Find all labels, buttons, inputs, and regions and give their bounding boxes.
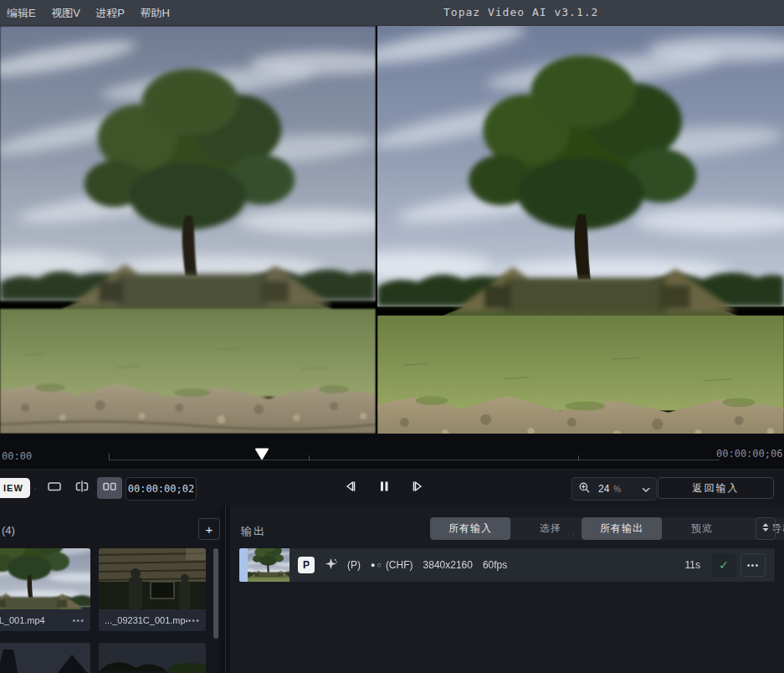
menu-help[interactable]: 帮助H	[140, 0, 169, 21]
sort-button[interactable]	[756, 517, 776, 540]
output-row[interactable]: P (P) ● ○ (CHF) 3840x2160 60fps 11s ✓ ••…	[239, 548, 775, 582]
enhancement-icon	[325, 557, 337, 573]
output-framerate: 60fps	[483, 559, 507, 571]
back-to-input-button[interactable]: 返回输入	[658, 477, 774, 499]
file-menu-button[interactable]: •••	[72, 615, 85, 625]
timeline-end-timecode: 00:00:00;06	[716, 448, 782, 460]
add-input-button[interactable]: +	[198, 518, 220, 540]
input-filter-tabs: 所有输入 选择	[430, 517, 591, 540]
split-view-button[interactable]	[69, 477, 95, 499]
view-label-badge: IEW	[0, 478, 30, 498]
input-list-scrollbar[interactable]	[213, 548, 218, 639]
tab-previews[interactable]: 预览	[662, 517, 742, 540]
check-icon: ✓	[719, 558, 729, 572]
prev-frame-icon	[344, 480, 357, 496]
toolbar: IEW · · 00:00:00;02	[0, 469, 784, 506]
output-model-label: (P)	[347, 559, 361, 571]
input-file-name: 924AL_001.mp4	[0, 615, 45, 625]
timeline-tick	[578, 455, 579, 460]
playhead[interactable]	[254, 448, 269, 460]
input-file-card[interactable]: ..._09231C_001.mp4 •••	[99, 548, 206, 631]
view-mode-group	[42, 477, 122, 499]
timeline-start-timecode: 00:00	[2, 450, 32, 462]
zoom-magnifier-icon	[578, 481, 591, 497]
input-file-thumbnail	[99, 548, 206, 609]
menu-edit[interactable]: 编辑E	[7, 0, 36, 21]
timeline-tick	[309, 455, 310, 460]
input-count-label: (4)	[2, 524, 15, 537]
output-row-accent-bar	[239, 548, 248, 582]
side-by-side-view-icon	[102, 480, 117, 496]
zoom-level-value: 24	[598, 483, 609, 495]
timeline[interactable]: 00:00 00:00:00;06	[0, 434, 784, 469]
timeline-tick	[109, 453, 110, 460]
sort-icon	[761, 521, 771, 537]
separator-dot: ·	[33, 480, 38, 496]
zoom-control[interactable]: 24 %	[571, 477, 657, 501]
preview-pane-original[interactable]	[0, 26, 376, 434]
file-menu-button[interactable]: •••	[187, 615, 200, 625]
menu-bar: 编辑E 视图V 进程P 帮助H	[0, 0, 784, 26]
input-file-card[interactable]: 924AL_001.mp4 •••	[0, 548, 90, 631]
tab-all-inputs[interactable]: 所有输入	[430, 517, 510, 540]
separator-dot: ·	[118, 480, 122, 496]
single-view-button[interactable]	[42, 477, 67, 499]
single-view-icon	[47, 480, 62, 496]
app-title: Topaz Video AI v3.1.2	[443, 6, 598, 18]
pause-icon	[377, 480, 391, 496]
pause-button[interactable]	[372, 477, 397, 499]
preview-pane-enhanced[interactable]	[377, 26, 784, 434]
output-panel-title: 输出	[241, 524, 266, 539]
output-panel: 输出 所有输入 选择 · 所有输出 预览 导出 P (P) ●	[230, 506, 784, 673]
next-frame-button[interactable]	[405, 477, 430, 499]
timecode-input[interactable]: 00:00:00;02	[126, 477, 197, 501]
panel-divider	[225, 506, 226, 673]
input-panel: (4) + 924AL_001.mp4 ••• ..._09231C_001.m…	[0, 506, 220, 673]
output-complete-button[interactable]: ✓	[712, 553, 735, 577]
bottom-area: (4) + 924AL_001.mp4 ••• ..._09231C_001.m…	[0, 506, 784, 673]
next-frame-icon	[411, 480, 424, 496]
status-dot-filled: ●	[371, 561, 375, 569]
timeline-ruler[interactable]	[109, 460, 720, 460]
tab-all-outputs[interactable]: 所有输出	[582, 517, 662, 540]
input-file-card[interactable]	[0, 643, 90, 673]
input-file-thumbnail	[0, 548, 90, 609]
separator-dot: ·	[648, 480, 653, 496]
menu-process[interactable]: 进程P	[95, 0, 125, 21]
input-file-thumbnail	[0, 643, 90, 673]
input-file-card[interactable]	[99, 643, 206, 673]
output-duration: 11s	[685, 559, 700, 571]
output-filter-tabs: 所有输出 预览 导出	[582, 517, 784, 540]
output-row-thumbnail	[248, 548, 290, 582]
status-dot-hollow: ○	[377, 561, 381, 569]
input-file-name: ..._09231C_001.mp4	[105, 615, 187, 625]
output-format-label: (CHF)	[386, 559, 413, 571]
output-resolution: 3840x2160	[423, 559, 473, 571]
separator-dot: ·	[571, 527, 575, 540]
output-more-button[interactable]: •••	[740, 553, 766, 577]
menu-view[interactable]: 视图V	[51, 0, 80, 21]
prev-frame-button[interactable]	[338, 477, 363, 499]
input-file-thumbnail	[99, 643, 206, 673]
tab-selected[interactable]: 选择	[510, 517, 591, 540]
zoom-level-unit: %	[613, 485, 621, 494]
preview-badge: P	[298, 557, 315, 573]
split-view-icon	[74, 480, 90, 496]
preview-area	[0, 26, 784, 434]
